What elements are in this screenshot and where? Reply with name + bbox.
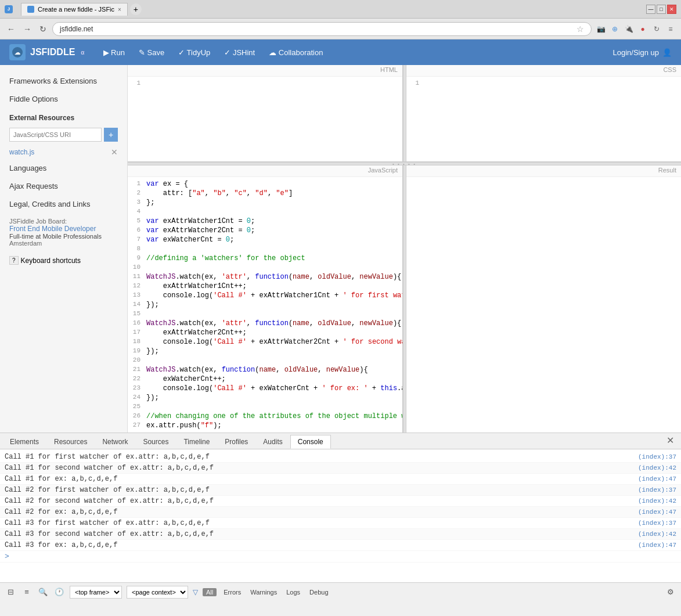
devtools-settings-icon[interactable]: ⚙ — [665, 586, 676, 598]
keyboard-icon: ? — [9, 256, 19, 265]
watch-js-row: watch.js ✕ — [0, 145, 127, 159]
extension-icon4[interactable]: ↻ — [651, 23, 662, 35]
save-btn[interactable]: ✎ Save — [132, 45, 171, 60]
devtools-tab-resources[interactable]: Resources — [46, 435, 95, 449]
result-label: Result — [406, 165, 681, 177]
console-log-link[interactable]: (index):42 — [638, 531, 676, 538]
keyboard-shortcuts-label: Keyboard shortcuts — [21, 257, 81, 265]
console-log-line: Call #3 for first watcher of ex.attr: a,… — [0, 518, 681, 529]
watch-js-link[interactable]: watch.js — [9, 148, 34, 156]
log-level-debug-btn[interactable]: Debug — [307, 588, 330, 596]
run-btn[interactable]: ▶ Run — [96, 45, 132, 60]
devtools-tab-network[interactable]: Network — [95, 435, 135, 449]
address-text: jsfiddle.net — [60, 25, 576, 33]
console-log-link[interactable]: (index):37 — [638, 453, 676, 460]
sidebar-item-legal[interactable]: Legal, Credits and Links — [0, 195, 127, 213]
devtools-tab-elements[interactable]: Elements — [2, 435, 46, 449]
back-btn[interactable]: ← — [5, 23, 17, 35]
console-log-text: Call #3 for ex: a,b,c,d,e,f — [5, 541, 638, 549]
js-line-9: 9//defining a 'watchers' for the object — [128, 254, 402, 263]
filter-icon[interactable]: ▽ — [193, 588, 198, 596]
collaboration-btn[interactable]: ☁ Collaboration — [262, 45, 330, 60]
browser-tab[interactable]: Create a new fiddle - JSFic × — [21, 3, 128, 16]
console-log-line: Call #1 for first watcher of ex.attr: a,… — [0, 452, 681, 463]
console-log-line: Call #2 for ex: a,b,c,d,e,f(index):47 — [0, 507, 681, 518]
star-icon[interactable]: ☆ — [576, 24, 584, 34]
svg-text:☁: ☁ — [15, 49, 20, 56]
devtools-clock-icon[interactable]: 🕐 — [53, 586, 65, 598]
remove-watch-js-btn[interactable]: ✕ — [111, 147, 118, 157]
extension-icon3[interactable]: ● — [637, 23, 648, 35]
job-location: Amsterdam — [9, 240, 118, 247]
top-frame-select[interactable]: <top frame> — [70, 586, 122, 599]
user-icon: 👤 — [662, 48, 672, 57]
console-log-link[interactable]: (index):47 — [638, 475, 676, 482]
refresh-btn[interactable]: ↻ — [37, 23, 49, 35]
job-company: Full-time at Mobile Professionals — [9, 233, 118, 240]
devtools-dock-icon[interactable]: ⊟ — [5, 586, 16, 598]
new-tab-btn[interactable]: + — [130, 3, 142, 15]
jshint-btn[interactable]: ✓ JSHint — [217, 45, 262, 60]
sidebar-item-ajax[interactable]: Ajax Requests — [0, 177, 127, 195]
forward-btn[interactable]: → — [21, 23, 34, 35]
js-line-18: 18 console.log('Call #' + exAttrWatcher2… — [128, 337, 402, 347]
address-bar[interactable]: jsfiddle.net ☆ — [52, 22, 592, 36]
log-level-logs-btn[interactable]: Logs — [284, 588, 302, 596]
devtools-tab-audits[interactable]: Audits — [255, 435, 290, 449]
devtools-search-icon[interactable]: 🔍 — [37, 586, 49, 598]
close-btn[interactable]: ✕ — [667, 5, 676, 14]
console-log-link[interactable]: (index):37 — [638, 487, 676, 493]
sidebar-item-fiddle-options[interactable]: Fiddle Options — [0, 90, 127, 108]
extension-icon2[interactable]: 🔌 — [623, 23, 635, 35]
editors-area: HTML 1 CSS 1 — [128, 65, 681, 433]
app-alpha: α — [81, 49, 84, 56]
external-resources-title: External Resources — [0, 108, 127, 124]
js-line-12: 12 exAttrWatcher1Cnt++; — [128, 282, 402, 291]
devtools-tab-sources[interactable]: Sources — [135, 435, 176, 449]
screenshot-icon[interactable]: 📷 — [595, 23, 607, 35]
login-btn[interactable]: Login/Sign up 👤 — [612, 48, 672, 57]
devtools-tab-timeline[interactable]: Timeline — [176, 435, 217, 449]
maximize-btn[interactable]: □ — [657, 5, 666, 14]
log-level-all-btn[interactable]: All — [203, 588, 217, 596]
keyboard-shortcuts-row[interactable]: ? Keyboard shortcuts — [0, 251, 127, 269]
menu-btn[interactable]: ≡ — [665, 23, 676, 35]
sidebar-item-frameworks[interactable]: Frameworks & Extensions — [0, 72, 127, 90]
ext-resource-input[interactable] — [9, 128, 102, 142]
page-context-select[interactable]: <page context> — [127, 586, 188, 599]
js-editor-body[interactable]: 1var ex = {2 attr: ["a", "b", "c", "d", … — [128, 177, 402, 433]
console-arrow[interactable]: > — [0, 551, 681, 563]
html-editor-body[interactable]: 1 — [128, 77, 402, 161]
devtools-tab-bar: Elements Resources Network Sources Timel… — [0, 433, 681, 449]
js-line-8: 8 — [128, 244, 402, 254]
tidyup-btn[interactable]: ✓ TidyUp — [171, 45, 217, 60]
devtools-list-icon[interactable]: ≡ — [21, 586, 33, 598]
ext-add-btn[interactable]: + — [104, 128, 118, 142]
console-log-link[interactable]: (index):42 — [638, 464, 676, 471]
extension-icon1[interactable]: ⊕ — [609, 23, 621, 35]
tab-close-btn[interactable]: × — [118, 6, 121, 13]
js-label: JavaScript — [128, 165, 402, 177]
js-line-13: 13 console.log('Call #' + exAttrWatcher1… — [128, 291, 402, 300]
job-title[interactable]: Front End Mobile Developer — [9, 225, 118, 233]
js-line-15: 15 — [128, 309, 402, 319]
js-editor: JavaScript 1var ex = {2 attr: ["a", "b",… — [128, 165, 403, 433]
console-log-link[interactable]: (index):37 — [638, 520, 676, 527]
console-log-link[interactable]: (index):47 — [638, 542, 676, 549]
console-log-link[interactable]: (index):47 — [638, 509, 676, 516]
minimize-btn[interactable]: — — [646, 5, 655, 14]
devtools-tab-profiles[interactable]: Profiles — [217, 435, 255, 449]
js-line-3: 3}; — [128, 198, 402, 207]
console-log-text: Call #1 for ex: a,b,c,d,e,f — [5, 475, 638, 483]
log-level-errors-btn[interactable]: Errors — [221, 588, 243, 596]
css-editor-body[interactable]: 1 — [406, 77, 681, 161]
devtools-close-btn[interactable]: ✕ — [662, 433, 679, 449]
console-log-link[interactable]: (index):42 — [638, 498, 676, 505]
sidebar-item-languages[interactable]: Languages — [0, 159, 127, 177]
log-level-warnings-btn[interactable]: Warnings — [248, 588, 279, 596]
js-line-16: 16WatchJS.watch(ex, 'attr', function(nam… — [128, 319, 402, 328]
result-body[interactable] — [406, 177, 681, 433]
js-line-21: 21WatchJS.watch(ex, function(name, oldVa… — [128, 365, 402, 374]
tab-favicon — [27, 6, 34, 13]
devtools-tab-console[interactable]: Console — [290, 435, 331, 449]
